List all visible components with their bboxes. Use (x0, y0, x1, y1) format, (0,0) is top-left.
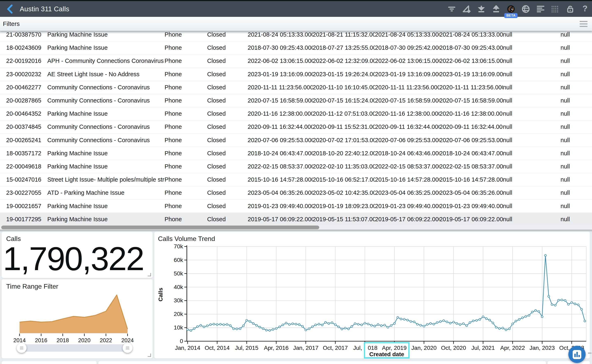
cell-extra1: null (503, 176, 560, 183)
svg-text:Apr, 2016: Apr, 2016 (264, 345, 289, 351)
filter-icon[interactable] (448, 5, 456, 13)
filters-menu-icon[interactable] (580, 21, 587, 27)
cell-status: Closed (207, 137, 248, 143)
cell-description: Parking Machine Issue (47, 163, 165, 170)
cell-opened_date: 2023-01-15 19:26:24.000 (313, 71, 375, 78)
time-range-slider-track[interactable] (17, 344, 130, 352)
table-row[interactable]: 22-00192016APH - Community Connections C… (0, 54, 592, 68)
cell-description: Community Connections - Coronavirus (47, 84, 165, 91)
table-row[interactable]: 20-00464352Parking Machine IssuePhoneClo… (0, 107, 592, 120)
cell-id: 19-00177295 (6, 216, 47, 223)
upload-icon[interactable] (492, 5, 500, 13)
table-row[interactable]: 23-00227055ATD - Parking Machine IssuePh… (0, 186, 592, 200)
cell-closed_date: 2018-10-24 06:43:46.000 (375, 150, 439, 157)
cell-closed_date: 2015-10-16 14:57:28.000 (375, 176, 439, 183)
cell-status: Closed (207, 44, 248, 51)
table-row[interactable]: 22-00049618Parking Machine IssuePhoneClo… (0, 160, 592, 173)
cell-closed_date: 2020-07-06 09:25:53.000 (375, 137, 439, 143)
svg-text:60k: 60k (174, 257, 183, 263)
measure-settings-icon[interactable] (462, 5, 471, 13)
resize-handle[interactable] (148, 273, 151, 276)
cell-opened_date: 2020-09-11 15:52:31.000 (313, 124, 375, 130)
table-row[interactable]: 19-00021657Parking Machine IssuePhoneClo… (0, 200, 592, 213)
cell-last_updated: 2023-05-04 06:35:26.000 (439, 189, 503, 196)
cell-channel: Phone (165, 44, 207, 51)
cell-opened_date: 2015-10-16 06:52:17.000 (313, 176, 375, 183)
filters-bar: Filters (0, 17, 592, 31)
table-row[interactable]: 19-00177295Parking Machine IssuePhoneClo… (0, 213, 592, 225)
cell-last_updated: 2020-07-06 09:25:53.000 (439, 137, 503, 143)
table-row[interactable]: 20-00265241Community Connections - Coron… (0, 134, 592, 147)
svg-text:?: ? (583, 5, 587, 13)
svg-text:AI: AI (511, 8, 513, 10)
cell-extra1: null (503, 110, 560, 117)
globe-icon[interactable] (522, 5, 530, 13)
svg-text:Jan, 2017: Jan, 2017 (293, 345, 318, 351)
calls-volume-trend-card: Calls Volume Trend 010k20k30k40k50k60k70… (154, 232, 590, 358)
cell-id: 20-00265241 (6, 137, 47, 143)
align-left-icon[interactable] (537, 5, 545, 13)
table-horizontal-scrollbar[interactable] (0, 225, 592, 230)
cell-last_updated: 2021-08-24 05:13:33.000 (439, 31, 503, 38)
download-icon[interactable] (477, 5, 485, 13)
scrollbar-thumb[interactable] (1, 226, 319, 229)
cell-opened_date: 2022-02-10 11:35:03.000 (313, 163, 375, 170)
table-row[interactable]: 18-00357172Parking Machine IssuePhoneClo… (0, 147, 592, 160)
cell-closed_date: 2020-07-15 16:58:59.000 (375, 97, 439, 104)
cell-channel: Phone (165, 189, 207, 196)
cell-status: Closed (207, 176, 248, 183)
cell-created_date: 2020-07-15 16:58:59.000 (248, 97, 313, 104)
unlock-icon[interactable] (566, 5, 574, 13)
slider-handle-left[interactable] (17, 343, 27, 353)
beta-badge: BETA (504, 13, 518, 18)
svg-text:018: 018 (368, 345, 377, 351)
resize-handle[interactable] (148, 353, 151, 357)
slider-handle-right[interactable] (123, 343, 133, 353)
cell-created_date: 2022-06-02 13:06:15.000 (248, 58, 313, 64)
cell-id: 15-00247016 (6, 176, 47, 183)
cell-created_date: 2021-08-24 05:13:33.000 (248, 31, 313, 38)
ai-assistant-icon[interactable]: AI BETA (507, 5, 515, 13)
cell-channel: Phone (165, 110, 207, 117)
cell-closed_date: 2022-06-02 13:06:15.000 (375, 58, 439, 64)
cell-last_updated: 2019-05-17 06:09:22.000 (439, 216, 503, 223)
cell-last_updated: 2018-07-30 09:25:43.000 (439, 44, 503, 51)
filters-label: Filters (3, 20, 20, 27)
cell-opened_date: 2020-07-02 17:01:53.000 (313, 137, 375, 143)
table-row[interactable]: 15-00247016Street Light Issue- Multiple … (0, 173, 592, 186)
window-top-strip (0, 0, 592, 1)
svg-text:10k: 10k (174, 324, 183, 331)
chart-options-fab[interactable] (568, 346, 586, 363)
cell-channel: Phone (165, 71, 207, 78)
table-row[interactable]: 20-00374845Community Connections - Coron… (0, 120, 592, 134)
cell-created_date: 2020-07-06 09:25:53.000 (248, 137, 313, 143)
cell-opened_date: 2020-07-15 16:15:24.000 (313, 97, 375, 104)
appbar-icon-group: AI BETA (448, 5, 589, 13)
cell-extra2: null (560, 150, 592, 157)
cell-extra1: null (503, 150, 560, 157)
cell-created_date: 2022-02-15 08:53:37.000 (248, 163, 313, 170)
table-row[interactable]: 21-00387570Parking Machine IssuePhoneClo… (0, 31, 592, 41)
trend-line-chart[interactable]: 010k20k30k40k50k60k70kJan, 2014Oct, 2014… (154, 232, 590, 358)
grid-dots-icon[interactable] (551, 5, 559, 13)
svg-text:Apr, 2022: Apr, 2022 (500, 345, 525, 351)
svg-text:Created date: Created date (369, 351, 404, 358)
time-range-area-chart[interactable]: 201420162018202020222024 (2, 279, 153, 343)
cell-extra1: null (503, 31, 560, 38)
cell-status: Closed (207, 124, 248, 130)
table-row[interactable]: 18-00243609Parking Machine IssuePhoneClo… (0, 41, 592, 54)
table-row[interactable]: 20-00462277Community Connections - Coron… (0, 81, 592, 94)
cell-created_date: 2020-09-11 16:32:44.000 (248, 124, 313, 130)
cell-description: Parking Machine Issue (47, 110, 165, 117)
cell-id: 23-00020232 (6, 71, 47, 78)
help-icon[interactable]: ? (581, 5, 589, 13)
cell-extra2: null (560, 110, 592, 117)
table-row[interactable]: 23-00020232AE Street Light Issue - No Ad… (0, 68, 592, 81)
time-range-filter-card: Time Range Filter 2014201620182020202220… (2, 279, 153, 358)
mini-scrollbar[interactable] (588, 352, 592, 354)
back-button[interactable] (5, 5, 14, 13)
cell-channel: Phone (165, 124, 207, 130)
cell-description: Community Connections - Coronavirus (47, 124, 165, 130)
table-row[interactable]: 20-00287865Community Connections - Coron… (0, 94, 592, 107)
svg-text:0: 0 (180, 338, 183, 344)
